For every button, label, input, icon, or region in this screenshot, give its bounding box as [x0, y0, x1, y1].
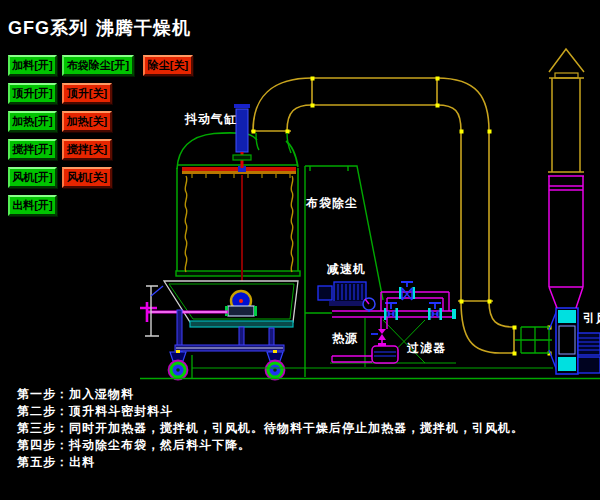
hmi-screen: GFG系列 沸腾干燥机 加料[开] 布袋除尘[开] 除尘[关] 顶升[开] 顶升…	[0, 0, 600, 500]
heat-source-label: 热源	[332, 330, 358, 347]
step-2: 第二步：顶升料斗密封料斗	[17, 403, 173, 420]
chimney-graphic	[548, 49, 584, 308]
dryer-vessel-graphic	[140, 104, 300, 336]
ground-lines	[140, 355, 600, 379]
reducer-motor-graphic	[318, 282, 369, 306]
damper-graphic	[515, 327, 552, 353]
step-4: 第四步：抖动除尘布袋，然后料斗下降。	[17, 437, 251, 454]
cart-graphic	[169, 310, 294, 380]
filter-label: 过滤器	[407, 340, 446, 357]
duct-joint-nodes	[252, 77, 552, 356]
shake-cylinder-label: 抖动气缸	[185, 111, 237, 128]
step-1: 第一步：加入湿物料	[17, 386, 134, 403]
reducer-label: 减速机	[327, 261, 366, 278]
induced-fan-label: 引风机	[583, 310, 600, 327]
bag-filter-label: 布袋除尘	[306, 195, 358, 212]
step-5: 第五步：出料	[17, 454, 95, 471]
step-3: 第三步：同时开加热器，搅拌机，引风机。待物料干燥后停止加热器，搅拌机，引风机。	[17, 420, 524, 437]
